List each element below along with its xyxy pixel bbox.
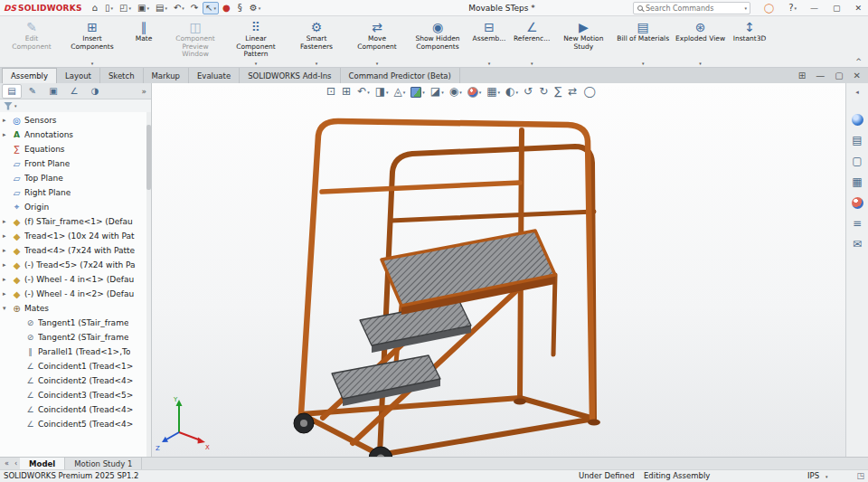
- quick-access-button[interactable]: ↖▾: [203, 2, 219, 14]
- movable-steps-model[interactable]: [294, 121, 600, 457]
- tree-item[interactable]: ∠ Coincident4 (Tread<4>: [0, 402, 151, 417]
- wheel-front-left[interactable]: [294, 413, 314, 433]
- tree-item[interactable]: ⊘ Tangent2 (STair_frame: [0, 330, 151, 345]
- status-panel-icon[interactable]: ◳: [856, 471, 864, 480]
- window-control-button[interactable]: ✕: [852, 2, 864, 14]
- expand-arrow-icon[interactable]: ▸: [3, 131, 11, 138]
- search-caret-icon[interactable]: ▾: [744, 5, 747, 11]
- expand-arrow-icon[interactable]: ▾: [3, 305, 11, 312]
- tab-scroll-right-icon[interactable]: ‹: [12, 458, 20, 469]
- solidworks-forum-icon[interactable]: ✉: [853, 239, 862, 250]
- view-toolbar-button[interactable]: ↺: [521, 85, 536, 99]
- quick-access-button[interactable]: ↷: [188, 2, 202, 14]
- view-toolbar-button[interactable]: ▾: [408, 86, 428, 99]
- view-toolbar-button[interactable]: ⊡: [324, 85, 339, 99]
- ribbon-button[interactable]: ↕ Instant3D: [729, 18, 770, 67]
- ribbon-button[interactable]: ⚙ Smart Fasteners ▾: [287, 18, 346, 67]
- quick-access-button[interactable]: ▣▾: [135, 2, 152, 14]
- tree-item[interactable]: ▱ Top Plane: [0, 171, 151, 185]
- expand-arrow-icon[interactable]: ▸: [3, 261, 11, 269]
- solidworks-resources-icon[interactable]: [852, 114, 863, 126]
- ribbon-tab[interactable]: Markup: [144, 68, 189, 83]
- tree-item[interactable]: ▾ ⊕ Mates: [0, 301, 151, 316]
- expand-arrow-icon[interactable]: ▸: [3, 218, 11, 225]
- ribbon-button[interactable]: ⇄ Move Component ▾: [347, 18, 407, 67]
- ribbon-collapse-button[interactable]: ^: [855, 58, 862, 66]
- tree-scrollbar-thumb[interactable]: [146, 125, 151, 190]
- study-tab[interactable]: Model: [20, 458, 65, 469]
- tree-item[interactable]: ▸ ◆ Tread<4> (7x24 with Patte: [0, 243, 151, 258]
- panel-tab[interactable]: ▤: [2, 84, 22, 99]
- tree-item[interactable]: ∠ Coincident1 (Tread<1>: [0, 359, 151, 373]
- quick-access-button[interactable]: §: [235, 2, 246, 14]
- expand-arrow-icon[interactable]: ▸: [3, 290, 11, 298]
- window-control-button[interactable]: —: [807, 2, 821, 14]
- tree-item[interactable]: ∠ Coincident3 (Tread<5>: [0, 388, 151, 402]
- ribbon-tab[interactable]: Command Predictor (Beta): [341, 68, 460, 83]
- ribbon-button[interactable]: ⊞ Insert Components ▾: [62, 18, 122, 67]
- tree-item[interactable]: ▸ A Annotations: [0, 128, 151, 142]
- tree-item[interactable]: ⌖ Origin: [0, 200, 151, 214]
- view-toolbar-button[interactable]: ◐ ▾: [503, 85, 521, 99]
- tree-item[interactable]: ∑ Equations: [0, 142, 151, 156]
- ribbon-tab[interactable]: Assembly: [2, 68, 57, 83]
- tree-item[interactable]: ▸ ◆ (-) Wheel - 4 in<2> (Defau: [0, 287, 151, 301]
- units-selector[interactable]: IPS: [807, 471, 819, 480]
- panel-tab[interactable]: ◑: [85, 84, 105, 99]
- tree-item[interactable]: ∠ Coincident2 (Tread<4>: [0, 373, 151, 388]
- quick-access-button[interactable]: ●: [220, 2, 234, 14]
- ribbon-button[interactable]: ⊛ Exploded View ▾: [673, 18, 728, 67]
- quick-access-button[interactable]: ▤▾: [153, 2, 170, 14]
- tab-scroll-left-icon[interactable]: «: [2, 458, 12, 469]
- tree-item[interactable]: ⊘ Tangent1 (STair_frame: [0, 316, 151, 330]
- view-toolbar-button[interactable]: ◨ ▾: [373, 85, 392, 99]
- tree-item[interactable]: ▸ ◎ Sensors: [0, 113, 151, 128]
- view-toolbar-button[interactable]: ↻: [536, 85, 552, 99]
- ribbon-button[interactable]: ⊟ Assemb... ▾: [468, 18, 510, 67]
- quick-access-button[interactable]: ↶▾: [171, 2, 187, 14]
- tree-item[interactable]: ▸ ◆ (-) Tread<5> (7x24 with Pa: [0, 258, 151, 272]
- ribbon-button[interactable]: ◉ Show Hidden Components: [408, 18, 467, 67]
- view-toolbar-button[interactable]: ◪ ▾: [428, 85, 447, 99]
- view-palette-icon[interactable]: ▦: [852, 176, 862, 188]
- ribbon-button[interactable]: ∠ Referenc... ▾: [511, 18, 552, 67]
- window-control-button[interactable]: ▢: [830, 2, 844, 14]
- study-tab[interactable]: Motion Study 1: [65, 458, 142, 469]
- filter-caret-icon[interactable]: ▾: [14, 103, 17, 109]
- tree-item[interactable]: ▸ ◆ (-) Wheel - 4 in<1> (Defau: [0, 272, 151, 287]
- model-viewport[interactable]: Y X Z: [152, 83, 845, 457]
- view-toolbar-button[interactable]: ⊞: [339, 85, 354, 99]
- ribbon-button[interactable]: ▶ New Motion Study: [553, 18, 613, 67]
- quick-access-button[interactable]: ⚙▾: [247, 2, 263, 14]
- view-toolbar-button[interactable]: ⇄: [565, 85, 580, 99]
- ribbon-button[interactable]: ◫ Component Preview Window: [165, 18, 225, 67]
- view-toolbar-button[interactable]: ◯: [580, 85, 599, 99]
- file-explorer-icon[interactable]: ▢: [852, 156, 862, 167]
- appearances-scenes-icon[interactable]: [852, 197, 863, 209]
- tree-item[interactable]: ∥ Parallel1 (Tread<1>,To: [0, 345, 151, 359]
- filter-icon[interactable]: [4, 102, 13, 110]
- quick-access-button[interactable]: ⌂: [90, 2, 101, 14]
- tree-item[interactable]: ▸ ◆ Tread<1> (10x 24 with Pat: [0, 229, 151, 243]
- ribbon-button[interactable]: ∥ Mate: [123, 18, 165, 67]
- tree-item[interactable]: ∠ Coincident5 (Tread<4>: [0, 417, 151, 431]
- tree-item[interactable]: ▱ Front Plane: [0, 156, 151, 171]
- expand-arrow-icon[interactable]: ▸: [3, 276, 11, 283]
- panel-tab[interactable]: ∠: [64, 84, 84, 99]
- tree-item[interactable]: ▱ Right Plane: [0, 185, 151, 200]
- design-library-icon[interactable]: ▤: [852, 135, 862, 146]
- view-toolbar-button[interactable]: ▾: [465, 86, 485, 99]
- ribbon-tab[interactable]: Layout: [57, 68, 100, 83]
- quick-access-button[interactable]: ◰▾: [117, 2, 134, 14]
- titlebar-button[interactable]: ?▾: [786, 2, 799, 14]
- expand-arrow-icon[interactable]: ▸: [3, 247, 11, 254]
- expand-arrow-icon[interactable]: ▸: [3, 117, 11, 124]
- quick-access-button[interactable]: ▯▾: [102, 2, 116, 14]
- expand-arrow-icon[interactable]: ▸: [3, 232, 11, 240]
- ribbon-tab[interactable]: Evaluate: [189, 68, 240, 83]
- view-toolbar-button[interactable]: ◬ ▾: [392, 85, 409, 99]
- search-commands-box[interactable]: ▾: [633, 2, 750, 14]
- tree-item[interactable]: ▸ ◆ (f) STair_frame<1> (Defau: [0, 214, 151, 229]
- search-input[interactable]: [646, 5, 743, 13]
- close-doc-icon[interactable]: ✕: [854, 71, 861, 80]
